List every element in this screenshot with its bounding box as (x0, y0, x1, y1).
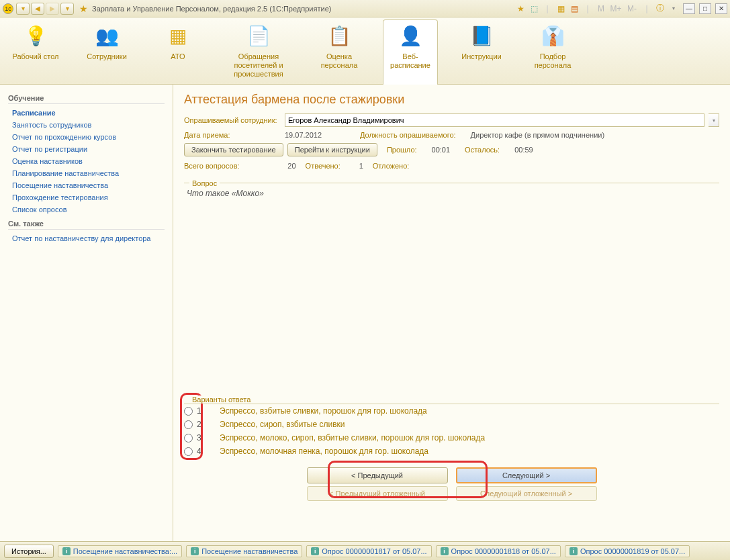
question-text: Что такое «Мокко» (184, 183, 719, 203)
sidebar-item-mentor-visit[interactable]: Посещение наставничества (8, 179, 165, 191)
main-toolbar: 💡 Рабочий стол 👥 Сотрудники ▦ АТО 📄 Обра… (0, 17, 730, 85)
taskbar-item[interactable]: iПосещение наставничества (186, 545, 302, 557)
back-icon[interactable]: ◀ (31, 3, 44, 15)
elapsed-value: 00:01 (432, 146, 451, 154)
taskbar-item[interactable]: iОпрос 00000001817 от 05.07... (306, 545, 431, 557)
prev-button[interactable]: < Предыдущий (307, 467, 448, 483)
m-minus-label[interactable]: M- (625, 3, 639, 14)
taskbar-item[interactable]: iОпрос 00000001819 от 05.07... (565, 545, 690, 557)
web-schedule-icon: 👤 (396, 21, 424, 50)
toolbar-desktop[interactable]: 💡 Рабочий стол (8, 21, 63, 61)
incidents-icon: 📄 (244, 21, 273, 50)
answer-row[interactable]: 4 Эспрессо, молочная пенка, порошок для … (184, 445, 719, 458)
dropdown-icon[interactable]: ▾ (16, 3, 30, 15)
sidebar-item-registration-report[interactable]: Отчет по регистрации (8, 143, 165, 155)
date-value: 19.07.2012 (285, 131, 345, 139)
info-icon: i (441, 547, 449, 555)
taskbar-item[interactable]: iПосещение наставничества:... (58, 545, 182, 557)
total-q-label: Всего вопросов: (184, 162, 240, 170)
answers-header: Варианты ответа (189, 395, 253, 404)
sidebar-item-mentor-eval[interactable]: Оценка наставников (8, 155, 165, 167)
page-title: Аттестация бармена после стажировки (184, 93, 719, 107)
m-label[interactable]: M (596, 3, 606, 14)
position-value: Директор кафе (в прямом подчинении) (471, 131, 604, 139)
maximize-icon[interactable]: □ (699, 3, 711, 14)
next-button[interactable]: Следующий > (456, 467, 597, 483)
minimize-icon[interactable]: — (683, 3, 695, 14)
toolbar-recruitment[interactable]: 👔 Подбор персонала (525, 21, 580, 70)
answer-row[interactable]: 3 Эспрессо, молоко, сироп, взбитые сливк… (184, 431, 719, 445)
toolbar-instructions[interactable]: 📘 Инструкции (454, 21, 509, 61)
answer-row[interactable]: 1 Эспрессо, взбитые сливки, порошок для … (184, 404, 719, 418)
sidebar-group-title: См. также (8, 220, 165, 230)
employees-icon: 👥 (93, 21, 121, 50)
total-q-value: 20 (242, 162, 303, 170)
position-label: Должность опрашиваемого: (360, 131, 456, 139)
toolbar-web-schedule[interactable]: 👤 Веб-расписание (383, 19, 438, 85)
postponed-label: Отложено: (373, 162, 410, 170)
answered-label: Отвечено: (306, 162, 340, 170)
next-postponed-button: Следующий отложенный > (456, 486, 597, 501)
recruitment-icon: 👔 (539, 21, 567, 50)
sidebar-item-testing[interactable]: Прохождение тестирования (8, 191, 165, 203)
link-icon[interactable]: ⬚ (529, 3, 539, 14)
sidebar-item-mentor-plan[interactable]: Планирование наставничества (8, 167, 165, 179)
sep-icon: | (542, 3, 553, 14)
info-icon: i (569, 547, 578, 555)
toolbar-employees[interactable]: 👥 Сотрудники (79, 21, 134, 61)
answer-radio-1[interactable] (184, 407, 193, 416)
answer-row[interactable]: 2 Эспрессо, сироп, взбитые сливки (184, 418, 719, 431)
sidebar: Обучение Расписание Занятость сотруднико… (0, 85, 173, 541)
info-icon: i (311, 547, 319, 555)
info-icon: i (191, 547, 199, 555)
sidebar-item-director-report[interactable]: Отчет по наставничеству для директора (8, 232, 165, 244)
titlebar: 1c ▾ ◀ ▶ ▾ ★ Зарплата и Управление Персо… (0, 0, 730, 17)
goto-instruction-button[interactable]: Перейти к инструкции (287, 143, 377, 156)
sidebar-group-title: Обучение (8, 94, 165, 104)
info-dropdown-icon[interactable]: ▾ (668, 3, 679, 14)
toolbar-evaluation[interactable]: 📋 Оценка персонала (312, 21, 367, 70)
taskbar-item[interactable]: iОпрос 00000001818 от 05.07... (436, 545, 561, 557)
content-area: Аттестация бармена после стажировки Опра… (173, 85, 730, 541)
sidebar-item-course-report[interactable]: Отчет по прохождению курсов (8, 131, 165, 143)
info-icon[interactable]: ⓘ (655, 3, 666, 14)
close-icon[interactable]: ✕ (715, 3, 727, 14)
remaining-value: 00:59 (514, 146, 533, 154)
answer-radio-2[interactable] (184, 420, 193, 429)
calendar-icon[interactable]: ▤ (569, 3, 580, 14)
answers-block: Варианты ответа 1 Эспрессо, взбитые слив… (184, 391, 719, 501)
bottombar: История... iПосещение наставничества:...… (0, 541, 730, 560)
m-plus-label[interactable]: M+ (609, 3, 623, 14)
calc-icon[interactable]: ▦ (555, 3, 566, 14)
window-title: Зарплата и Управление Персоналом, редакц… (92, 5, 515, 13)
instructions-icon: 📘 (467, 21, 496, 50)
date-label: Дата приема: (184, 131, 281, 139)
ato-icon: ▦ (164, 21, 192, 50)
toolbar-incidents[interactable]: 📄 Обращения посетителей и происшествия (222, 21, 295, 79)
history-button[interactable]: История... (4, 545, 54, 558)
elapsed-label: Прошло: (387, 146, 417, 154)
employee-field[interactable] (285, 113, 704, 127)
remaining-label: Осталось: (465, 146, 500, 154)
favorite-icon[interactable]: ★ (79, 3, 88, 14)
finish-test-button[interactable]: Закончить тестирование (184, 143, 283, 156)
sidebar-item-schedule[interactable]: Расписание (8, 107, 165, 119)
info-icon: i (62, 547, 71, 555)
answered-value: 1 (343, 162, 370, 170)
employee-label: Опрашиваемый сотрудник: (184, 116, 281, 124)
star-icon[interactable]: ★ (515, 3, 526, 14)
dropdown-icon[interactable]: ▾ (709, 113, 719, 127)
app-logo-icon: 1c (3, 3, 13, 14)
desktop-icon: 💡 (21, 21, 50, 50)
answer-radio-4[interactable] (184, 447, 193, 456)
history-dropdown-icon[interactable]: ▾ (60, 3, 74, 15)
question-header: Вопрос (189, 179, 220, 187)
sidebar-item-surveys[interactable]: Список опросов (8, 203, 165, 216)
answer-radio-3[interactable] (184, 434, 193, 442)
toolbar-ato[interactable]: ▦ АТО (150, 21, 206, 61)
sidebar-item-employment[interactable]: Занятость сотрудников (8, 119, 165, 131)
evaluation-icon: 📋 (325, 21, 353, 50)
forward-icon[interactable]: ▶ (46, 3, 59, 15)
sep-icon: | (641, 3, 652, 14)
sep-icon: | (582, 3, 593, 14)
